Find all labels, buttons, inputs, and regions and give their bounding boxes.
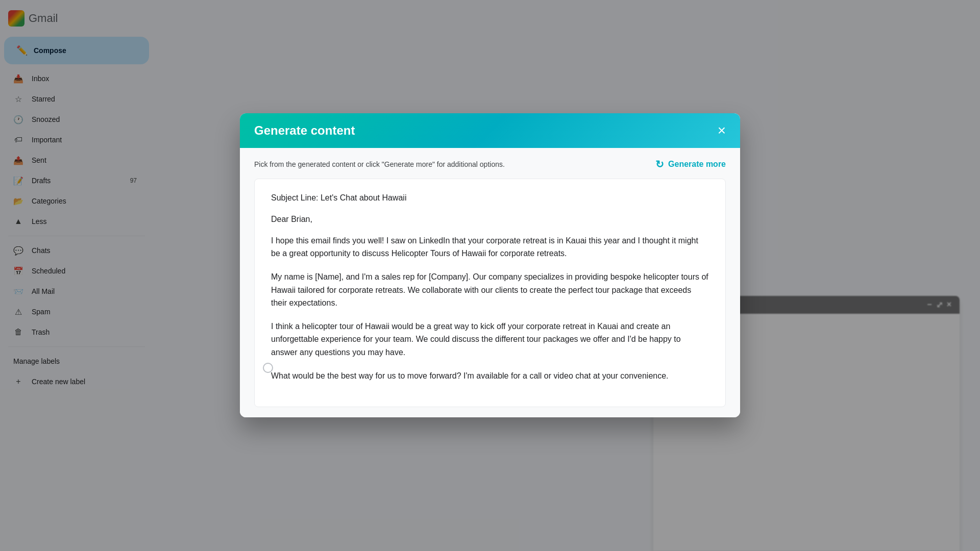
email-greeting: Dear Brian, bbox=[271, 215, 709, 224]
modal-instruction-row: Pick from the generated content or click… bbox=[254, 158, 726, 170]
modal-header: Generate content × bbox=[240, 113, 740, 148]
generate-more-label: Generate more bbox=[668, 160, 726, 169]
refresh-icon: ↻ bbox=[655, 158, 664, 170]
email-paragraph-4: What would be the best way for us to mov… bbox=[271, 369, 709, 383]
modal-instruction-text: Pick from the generated content or click… bbox=[254, 160, 505, 168]
email-paragraph-1: I hope this email finds you well! I saw … bbox=[271, 234, 709, 260]
email-subject-line: Subject Line: Let's Chat about Hawaii bbox=[271, 193, 709, 203]
email-paragraph-3: I think a helicopter tour of Hawaii woul… bbox=[271, 320, 709, 359]
gmail-app: Gmail ✏️ Compose 📥 Inbox ☆ Starred 🕐 Sno… bbox=[0, 0, 980, 551]
modal-overlay: Generate content × Pick from the generat… bbox=[0, 0, 980, 551]
modal-close-button[interactable]: × bbox=[718, 123, 726, 138]
email-paragraph-2: My name is [Name], and I'm a sales rep f… bbox=[271, 270, 709, 310]
generate-content-modal: Generate content × Pick from the generat… bbox=[240, 113, 740, 417]
modal-title: Generate content bbox=[254, 123, 355, 138]
generate-more-button[interactable]: ↻ Generate more bbox=[655, 158, 726, 170]
content-radio-selector[interactable] bbox=[263, 363, 273, 373]
email-content-card[interactable]: Subject Line: Let's Chat about Hawaii De… bbox=[254, 179, 726, 407]
modal-body: Pick from the generated content or click… bbox=[240, 148, 740, 417]
